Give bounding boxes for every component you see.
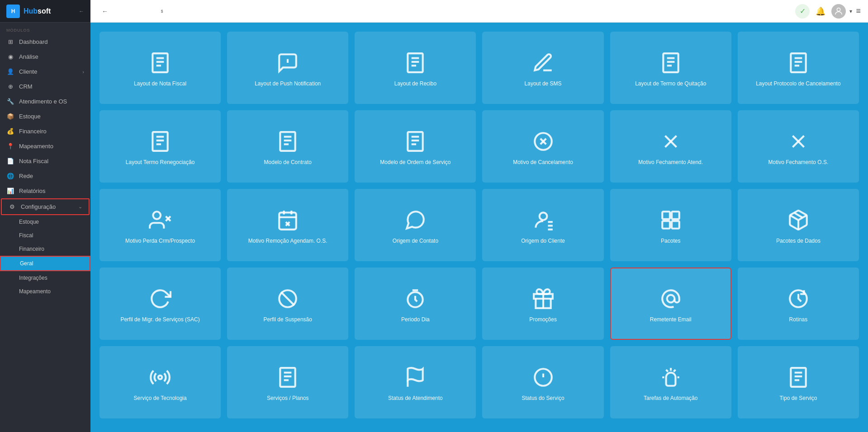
- card-status-atendimento[interactable]: Status de Atendimento: [355, 346, 476, 418]
- card-label: Promoções: [529, 316, 557, 324]
- sidebar-item-label: CRM: [19, 83, 33, 90]
- card-remetente-email[interactable]: Remetente Email: [610, 268, 731, 340]
- card-motivo-fech-os[interactable]: Motivo Fechamento O.S.: [738, 110, 859, 183]
- sidebar-item-relatorios[interactable]: 📊 Relatórios: [0, 183, 90, 198]
- sidebar-item-nota-fiscal[interactable]: 📄 Nota Fiscal: [0, 154, 90, 169]
- search-icon[interactable]: [212, 4, 226, 19]
- calendar-x-icon: [276, 209, 299, 231]
- sidebar-item-cliente[interactable]: 👤 Cliente ›: [0, 64, 90, 79]
- calendar-icon[interactable]: [136, 4, 150, 19]
- sms-icon: [532, 52, 555, 74]
- contrato-icon: [276, 130, 299, 153]
- whatsapp-icon: [404, 209, 427, 231]
- document-icon[interactable]: [777, 4, 792, 19]
- sidebar-item-label: Estoque: [19, 113, 41, 120]
- sidebar-item-crm[interactable]: ⊕ CRM: [0, 79, 90, 94]
- card-layout-recibo[interactable]: Layout de Recibo: [355, 32, 476, 104]
- card-pacotes-dados[interactable]: Pacotes de Dados: [738, 189, 859, 261]
- card-layout-protocolo[interactable]: Layout Protocolo de Cancelamento: [738, 32, 859, 104]
- sidebar-item-estoque[interactable]: 📦 Estoque: [0, 109, 90, 124]
- card-motivo-remocao[interactable]: Motivo Remoção Agendam. O.S.: [227, 189, 348, 261]
- card-label: Origem do Cliente: [521, 238, 565, 245]
- card-label: Layout de Nota Fiscal: [134, 80, 186, 88]
- sidebar-sub-mapeamento[interactable]: Mapeamento: [0, 285, 90, 298]
- svg-text:$: $: [161, 9, 163, 14]
- card-label: Motivo de Cancelamento: [513, 159, 573, 166]
- svg-point-8: [179, 9, 180, 10]
- card-tarefas-automacao[interactable]: Tarefas de Automação: [610, 346, 731, 418]
- card-label: Perfil de Migr. de Serviços (SAC): [120, 316, 199, 324]
- card-motivo-perda[interactable]: Motivo Perda Crm/Prospecto: [100, 189, 221, 261]
- eye-icon[interactable]: [193, 4, 207, 19]
- user-icon[interactable]: [117, 4, 131, 19]
- card-rotinas[interactable]: Rotinas: [738, 268, 859, 340]
- sidebar-item-mapeamento[interactable]: 📍 Mapeamento: [0, 139, 90, 154]
- sidebar-collapse-arrow[interactable]: ←: [79, 8, 84, 14]
- check-icon[interactable]: ✓: [795, 4, 810, 19]
- card-motivo-fech-atend[interactable]: Motivo Fechamento Atend.: [610, 110, 731, 183]
- card-tipo-servico[interactable]: Tipo de Serviço: [738, 346, 859, 418]
- sidebar: H Hubsoft ← MÓDULOS ⊞ Dashboard ◉ Anális…: [0, 0, 90, 432]
- card-periodo-dia[interactable]: Periodo Dia: [355, 268, 476, 340]
- avatar[interactable]: [831, 4, 846, 19]
- sidebar-item-configuracao[interactable]: ⚙ Configuração ⌄: [1, 198, 90, 215]
- card-label: Layout Termo Renegociação: [126, 159, 195, 166]
- card-servico-tecnologia[interactable]: Serviço de Tecnologia: [100, 346, 221, 418]
- card-modelo-contrato[interactable]: Modelo de Contrato: [227, 110, 348, 183]
- main-area: ← $ ✓ 🔔 ▾ ≡: [90, 0, 868, 432]
- analise-icon: ◉: [6, 53, 14, 60]
- card-status-servico[interactable]: Status do Serviço: [482, 346, 603, 418]
- username-arrow: ▾: [849, 8, 852, 14]
- card-perfil-suspensao[interactable]: Perfil de Suspensão: [227, 268, 348, 340]
- image-icon[interactable]: [174, 4, 188, 19]
- topbar-right: ✓ 🔔 ▾ ≡: [777, 4, 861, 19]
- x-circle-icon: [532, 130, 555, 153]
- logo-box: H: [6, 5, 20, 18]
- sidebar-section-label: MÓDULOS: [0, 23, 90, 34]
- card-label: Status do Serviço: [522, 395, 564, 402]
- sidebar-item-rede[interactable]: 🌐 Rede: [0, 169, 90, 183]
- card-origem-cliente[interactable]: Origem do Cliente: [482, 189, 603, 261]
- card-label: Pacotes: [661, 238, 680, 245]
- logo-text: Hubsoft: [24, 7, 51, 15]
- card-layout-sms[interactable]: Layout de SMS: [482, 32, 603, 104]
- svg-line-11: [220, 13, 222, 14]
- user-x-icon: [149, 209, 171, 231]
- back-button[interactable]: ←: [98, 4, 112, 19]
- card-servicos-planos[interactable]: Serviços / Planos: [227, 346, 348, 418]
- svg-point-9: [199, 10, 201, 12]
- card-promocoes[interactable]: Promoções: [482, 268, 603, 340]
- gift-icon: [532, 287, 555, 310]
- x-large-icon: [659, 130, 682, 153]
- sidebar-sub-fiscal[interactable]: Fiscal: [0, 229, 90, 242]
- sidebar-sub-integracoes[interactable]: Integrações: [0, 271, 90, 285]
- sidebar-item-dashboard[interactable]: ⊞ Dashboard: [0, 34, 90, 49]
- dollar-icon[interactable]: $: [155, 4, 169, 19]
- card-origem-contato[interactable]: Origem de Contato: [355, 189, 476, 261]
- sidebar-item-label: Relatórios: [19, 188, 46, 194]
- sidebar-item-atendimento[interactable]: 🔧 Atendimento e OS: [0, 94, 90, 109]
- card-label: Origem de Contato: [393, 238, 438, 245]
- svg-point-10: [216, 9, 221, 14]
- bell-icon[interactable]: 🔔: [813, 4, 828, 19]
- rede-icon: 🌐: [6, 173, 14, 179]
- sidebar-item-analise[interactable]: ◉ Análise: [0, 49, 90, 64]
- sidebar-item-financeiro[interactable]: 💰 Financeiro: [0, 124, 90, 139]
- card-layout-push[interactable]: Layout de Push Notification: [227, 32, 348, 104]
- card-layout-nota-fiscal[interactable]: Layout de Nota Fiscal: [100, 32, 221, 104]
- card-layout-termo-reneg[interactable]: Layout Termo Renegociação: [100, 110, 221, 183]
- sidebar-logo[interactable]: H Hubsoft ←: [0, 0, 90, 23]
- card-perfil-mig[interactable]: Perfil de Migr. de Serviços (SAC): [100, 268, 221, 340]
- svg-rect-57: [279, 213, 296, 230]
- hamburger-menu[interactable]: ≡: [856, 6, 861, 16]
- card-motivo-cancel[interactable]: Motivo de Cancelamento: [482, 110, 603, 183]
- mapeamento-icon: 📍: [6, 143, 14, 150]
- card-pacotes[interactable]: Pacotes: [610, 189, 731, 261]
- card-modelo-os[interactable]: Modelo de Ordem de Serviço: [355, 110, 476, 183]
- sidebar-sub-estoque[interactable]: Estoque: [0, 215, 90, 229]
- financeiro-icon: 💰: [6, 128, 14, 135]
- sidebar-sub-financeiro[interactable]: Financeiro: [0, 242, 90, 256]
- sidebar-sub-geral[interactable]: Geral: [0, 256, 90, 271]
- sidebar-item-label: Análise: [19, 53, 38, 60]
- card-layout-termo[interactable]: Layout de Termo de Quitação: [610, 32, 731, 104]
